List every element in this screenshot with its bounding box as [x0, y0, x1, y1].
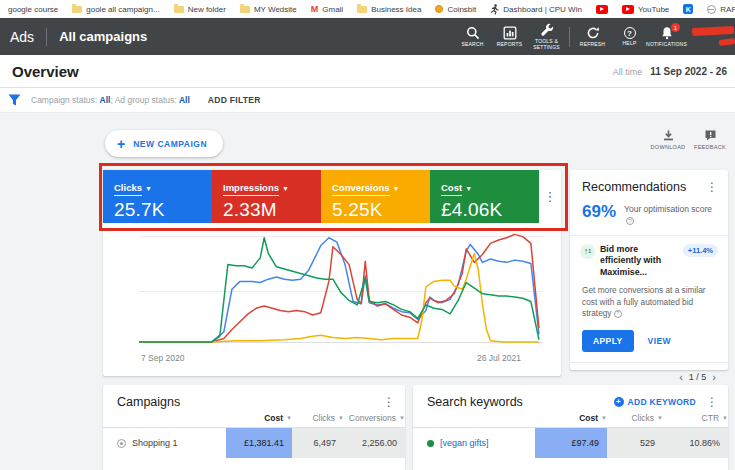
table-row[interactable]: [vegan gifts] £97.49 529 10.86%	[413, 428, 728, 458]
help-button[interactable]: ? HELP	[611, 27, 648, 46]
google-ads-overview-screen: google course goole all campaign... New …	[0, 0, 735, 470]
campaign-status-value: All	[100, 95, 111, 105]
reports-label: REPORTS	[497, 41, 522, 47]
bookmark-youtube-2[interactable]: YouTube	[622, 5, 669, 14]
x-axis-end-label: 26 Jul 2021	[477, 353, 521, 363]
bookmark-gmail[interactable]: MGmail	[311, 4, 343, 14]
metric-card-cost[interactable]: Cost▼ £4.06K	[430, 170, 539, 223]
add-keyword-label: ADD KEYWORD	[628, 397, 696, 407]
bookmark-label: Dashboard | CPU Win	[503, 5, 582, 14]
filter-delimiter: ;	[110, 95, 112, 105]
ad-group-status-label: Ad group status:	[115, 95, 177, 105]
bookmark-label: YouTube	[638, 5, 669, 14]
notifications-label: NOTIFICATIONS	[646, 41, 687, 47]
view-button[interactable]: VIEW	[648, 336, 671, 346]
metric-value: 5.25K	[332, 199, 430, 221]
chevron-down-icon: ▼	[393, 185, 400, 192]
bookmark-label: Coinsbit	[447, 5, 476, 14]
metric-label: Cost	[441, 182, 462, 196]
ads-logo[interactable]: Ads	[10, 29, 34, 45]
download-button[interactable]: DOWNLOAD	[648, 129, 688, 150]
bookmark-label: google course	[8, 5, 58, 14]
filter-funnel-icon	[8, 94, 21, 106]
bookmark-kwai[interactable]: K	[683, 4, 693, 14]
column-header-cost[interactable]: Cost▼	[535, 413, 607, 423]
bookmark-new-folder[interactable]: New folder	[174, 5, 226, 14]
bookmark-coinsbit[interactable]: Coinsbit	[435, 5, 476, 14]
recommendation-item-title[interactable]: Bid more efficiently with Maximise...	[600, 244, 678, 278]
metric-card-clicks[interactable]: Clicks▼ 25.7K	[103, 170, 212, 223]
recommendations-kebab-menu[interactable]: ⋮	[706, 180, 718, 194]
bookmark-label: RAPIDWORKERS	[720, 5, 735, 14]
help-icon: ?	[624, 27, 636, 39]
feedback-button[interactable]: FEEDBACK	[690, 129, 730, 150]
search-keywords-card: Search keywords +ADD KEYWORD ⋮ Cost▼ Cli…	[413, 385, 728, 470]
campaign-name: Shopping 1	[132, 438, 178, 448]
chevron-down-icon: ▼	[465, 185, 472, 192]
info-icon[interactable]: ?	[614, 310, 622, 318]
apply-button[interactable]: APPLY	[582, 330, 634, 352]
bookmark-label: Gmail	[322, 5, 343, 14]
chevron-down-icon: ▼	[282, 185, 289, 192]
refresh-button[interactable]: REFRESH	[574, 26, 611, 47]
bookmark-youtube-1[interactable]	[596, 5, 608, 14]
tools-settings-button[interactable]: TOOLS & SETTINGS	[528, 23, 565, 50]
metric-label: Impressions	[223, 182, 279, 196]
chevron-down-icon: ▼	[399, 415, 405, 421]
notifications-button[interactable]: 1 NOTIFICATIONS	[648, 26, 685, 47]
plus-circle-icon: +	[614, 397, 624, 407]
filter-bar: Campaign status: All; Ad group status: A…	[0, 88, 735, 113]
new-campaign-button[interactable]: + NEW CAMPAIGN	[105, 130, 223, 157]
folder-icon	[72, 6, 82, 13]
bookmark-rapidworkers[interactable]: RAPIDWORKERS	[707, 5, 735, 14]
metric-card-row: Clicks▼ 25.7K Impressions▼ 2.33M Convers…	[103, 170, 561, 223]
column-header-ctr[interactable]: CTR▼	[663, 413, 728, 423]
bookmark-business-idea[interactable]: Business Idea	[357, 5, 421, 14]
page-title: Overview	[12, 63, 79, 80]
metric-card-conversions[interactable]: Conversions▼ 5.25K	[321, 170, 430, 223]
recommendation-body: Get more conversions at a similar cost w…	[570, 278, 728, 320]
globe-icon	[707, 5, 716, 14]
uplift-badge: +11.4%	[683, 244, 718, 257]
date-range-picker[interactable]: All time 11 Sep 2022 - 26	[613, 66, 727, 77]
status-filter-chip[interactable]: Campaign status: All; Ad group status: A…	[31, 95, 190, 105]
column-header-cost[interactable]: Cost▼	[226, 413, 292, 423]
chevron-down-icon: ▼	[145, 185, 152, 192]
navbar-actions-divider	[569, 27, 570, 47]
bookmark-google-course[interactable]: google course	[8, 5, 58, 14]
bookmark-label: MY Wedsite	[254, 5, 297, 14]
table-row[interactable]: Shopping 1 £1,381.41 6,497 2,256.00	[103, 428, 405, 458]
chart-kebab-menu[interactable]: ⋮	[539, 170, 561, 223]
bookmark-dashboard-cpu-win[interactable]: Dashboard | CPU Win	[490, 4, 582, 15]
add-keyword-button[interactable]: +ADD KEYWORD	[614, 397, 696, 407]
bookmark-my-wedsite[interactable]: MY Wedsite	[240, 5, 297, 14]
keyword-name-cell[interactable]: [vegan gifts]	[413, 428, 535, 458]
notification-badge: 1	[671, 23, 680, 32]
help-label: HELP	[623, 40, 637, 46]
keywords-kebab-menu[interactable]: ⋮	[706, 395, 718, 409]
pager-next-icon[interactable]: ›	[712, 371, 716, 383]
performance-line-chart	[103, 223, 561, 353]
browser-bookmarks-bar: google course goole all campaign... New …	[0, 0, 735, 18]
metric-card-impressions[interactable]: Impressions▼ 2.33M	[212, 170, 321, 223]
add-filter-button[interactable]: ADD FILTER	[208, 95, 261, 105]
info-icon[interactable]: ?	[626, 217, 634, 225]
campaigns-kebab-menu[interactable]: ⋮	[383, 395, 395, 409]
column-header-clicks[interactable]: Clicks▼	[292, 413, 344, 423]
pager-prev-icon[interactable]: ‹	[679, 371, 683, 383]
campaign-name-cell[interactable]: Shopping 1	[103, 428, 226, 458]
column-header-conversions[interactable]: Conversions▼	[344, 413, 405, 423]
feedback-icon	[704, 129, 717, 142]
search-button[interactable]: SEARCH	[454, 26, 491, 47]
bookmark-goole-all-campaign[interactable]: goole all campaign...	[72, 5, 159, 14]
overview-content: + NEW CAMPAIGN DOWNLOAD FEEDBACK Clicks▼…	[0, 113, 735, 470]
line-chart-svg	[139, 231, 543, 343]
download-label: DOWNLOAD	[651, 144, 686, 150]
navbar-title[interactable]: All campaigns	[59, 29, 147, 44]
date-range-value: 11 Sep 2022 - 26	[650, 66, 727, 77]
reports-button[interactable]: REPORTS	[491, 26, 528, 47]
column-header-clicks[interactable]: Clicks▼	[607, 413, 663, 423]
bookmark-label: New folder	[188, 5, 226, 14]
folder-icon	[174, 6, 184, 13]
campaign-status-icon	[117, 439, 126, 448]
